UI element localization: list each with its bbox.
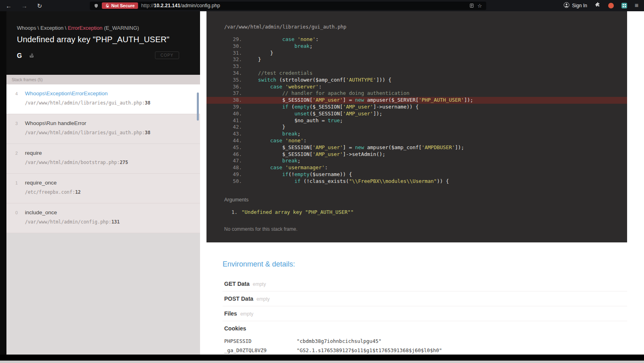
- chrome-right-cluster: Sign In ≡: [564, 2, 638, 9]
- screen: ← → ↻ Not Secure http://10.2.21.141/admi…: [0, 0, 644, 363]
- copy-button[interactable]: COPY: [155, 51, 179, 59]
- code-line-37: 37. // handler for apache doing authenti…: [206, 90, 627, 97]
- detail-section: GET Dataempty: [223, 277, 627, 291]
- code-line-31: 31. }: [206, 50, 627, 57]
- cookie-row: PHPSESSID"cbdmb38g7iohnbcichsulpgu45": [224, 336, 442, 346]
- stack-frame-4[interactable]: 4Whoops\Exception\ErrorException/var/www…: [6, 84, 200, 114]
- bottom-light-bar: [0, 361, 644, 363]
- code-line-33: 33.: [206, 63, 627, 70]
- menu-button[interactable]: ≡: [635, 2, 638, 9]
- forward-button[interactable]: →: [21, 3, 27, 9]
- frame-comments-note: No comments for this stack frame.: [206, 226, 627, 232]
- arguments-list: 1."Undefined array key "PHP_AUTH_USER"": [206, 209, 627, 215]
- bottom-black-bar: [0, 355, 644, 361]
- code-line-47: 47. break;: [206, 158, 627, 164]
- left-column: Whoops \ Exception \ ErrorException(E_WA…: [6, 11, 200, 355]
- code-line-40: 40. unset($_SESSION['AMP_user']);: [206, 111, 627, 117]
- extensions-puzzle-icon[interactable]: [595, 2, 601, 9]
- not-secure-badge[interactable]: Not Secure: [102, 2, 138, 9]
- frames-scrollbar[interactable]: [197, 92, 199, 121]
- profile-avatar-icon[interactable]: [608, 3, 614, 8]
- not-secure-label: Not Secure: [111, 3, 135, 8]
- breadcrumb-prefix: Whoops \ Exception \: [17, 25, 68, 31]
- source-file-path: /var/www/html/admin/libraries/gui_auth.p…: [206, 24, 627, 30]
- stack-frames-header: Stack frames (5): [6, 75, 200, 84]
- detail-section: POST Dataempty: [223, 291, 627, 306]
- account-icon: [564, 2, 570, 9]
- detail-section: CookiesPHPSESSID"cbdmb38g7iohnbcichsulpg…: [223, 321, 627, 355]
- google-search-icon[interactable]: G: [17, 53, 22, 59]
- page: Whoops \ Exception \ ErrorException(E_WA…: [0, 11, 644, 355]
- code-line-50: 50. if (!class_exists("\\FreePBX\\module…: [206, 178, 627, 185]
- cookie-row: _ga_D0ZTQL8VZ9"GS2.1.s1765389127$o11$g1$…: [224, 346, 442, 355]
- stackoverflow-search-icon[interactable]: [29, 52, 34, 59]
- lock-slash-icon: [105, 4, 109, 8]
- code-line-36: 36. case 'webserver':: [206, 84, 627, 90]
- exception-breadcrumb: Whoops \ Exception \ ErrorException(E_WA…: [17, 25, 190, 31]
- code-line-48: 48. case 'usermanager':: [206, 164, 627, 171]
- stack-frame-2[interactable]: 2require/var/www/html/admin/bootstrap.ph…: [6, 144, 200, 174]
- code-line-46: 46. $_SESSION['AMP_user']->setAdmin();: [206, 151, 627, 158]
- bottom-margin: [0, 355, 644, 363]
- code-line-41: 41. $no_auth = true;: [206, 117, 627, 124]
- code-line-43: 43. break;: [206, 131, 627, 137]
- code-line-42: 42. }: [206, 124, 627, 131]
- argument-value: 1."Undefined array key "PHP_AUTH_USER"": [231, 209, 627, 215]
- bookmark-star-icon[interactable]: ☆: [477, 3, 482, 9]
- browser-chrome: ← → ↻ Not Secure http://10.2.21.141/admi…: [0, 0, 644, 11]
- code-line-29: 29. case 'none':: [206, 36, 627, 43]
- code-block: 29. case 'none':30. break;31. }32. }33.3…: [206, 36, 627, 185]
- left-column-filler: [6, 233, 200, 355]
- code-line-38: 38. $_SESSION['AMP_user'] = new ampuser(…: [206, 97, 627, 104]
- code-line-30: 30. break;: [206, 43, 627, 50]
- detail-section: Filesempty: [223, 306, 627, 321]
- exception-class: ErrorException: [68, 25, 102, 31]
- stack-frame-3[interactable]: 3Whoops\Run handleError/var/www/html/adm…: [6, 114, 200, 144]
- arguments-label: Arguments: [206, 197, 627, 203]
- code-line-35: 35. switch (strtolower($amp_conf['AUTHTY…: [206, 77, 627, 84]
- url-path: /admin/config.php: [180, 3, 220, 8]
- code-line-44: 44. case 'none':: [206, 137, 627, 144]
- code-line-49: 49. if(!empty($username)) {: [206, 171, 627, 178]
- exception-header: Whoops \ Exception \ ErrorException(E_WA…: [6, 11, 200, 75]
- url-text: http://10.2.21.141/admin/config.php: [141, 3, 220, 8]
- exception-severity: (E_WARNING): [104, 25, 139, 31]
- whoops-error-page: Whoops \ Exception \ ErrorException(E_WA…: [6, 11, 644, 355]
- code-line-34: 34. //test credentials: [206, 70, 627, 77]
- apps-grid-icon[interactable]: [621, 3, 627, 8]
- shield-icon[interactable]: [94, 3, 99, 8]
- details-sections: GET DataemptyPOST DataemptyFilesemptyCoo…: [223, 277, 627, 355]
- sign-in-button[interactable]: Sign In: [564, 2, 587, 9]
- code-line-39: 39. if (empty($_SESSION['AMP_user']->use…: [206, 104, 627, 111]
- reload-button[interactable]: ↻: [37, 3, 42, 9]
- stack-frame-0[interactable]: 0include_once/var/www/html/admin/config.…: [6, 203, 200, 233]
- url-host: 10.2.21.141: [154, 3, 180, 8]
- stack-frames-list: 4Whoops\Exception\ErrorException/var/www…: [6, 84, 200, 233]
- url-scheme: http://: [141, 3, 154, 8]
- left-black-margin: [0, 11, 6, 355]
- nav-buttons: ← → ↻: [6, 3, 42, 9]
- stack-frame-1[interactable]: 1require_once/etc/freepbx.conf:12: [6, 174, 200, 203]
- sign-in-label: Sign In: [572, 3, 587, 8]
- code-line-45: 45. $_SESSION['AMP_user'] = new ampuser(…: [206, 144, 627, 151]
- address-bar[interactable]: Not Secure http://10.2.21.141/admin/conf…: [90, 2, 486, 10]
- back-button[interactable]: ←: [6, 3, 12, 9]
- right-column: /var/www/html/admin/libraries/gui_auth.p…: [206, 11, 644, 355]
- environment-details-panel: Environment & details: GET DataemptyPOST…: [206, 242, 627, 355]
- code-panel: /var/www/html/admin/libraries/gui_auth.p…: [206, 11, 627, 242]
- details-title: Environment & details:: [223, 260, 627, 269]
- exception-message: Undefined array key "PHP_AUTH_USER": [17, 35, 190, 44]
- code-line-32: 32. }: [206, 56, 627, 63]
- reader-mode-icon[interactable]: [469, 3, 474, 8]
